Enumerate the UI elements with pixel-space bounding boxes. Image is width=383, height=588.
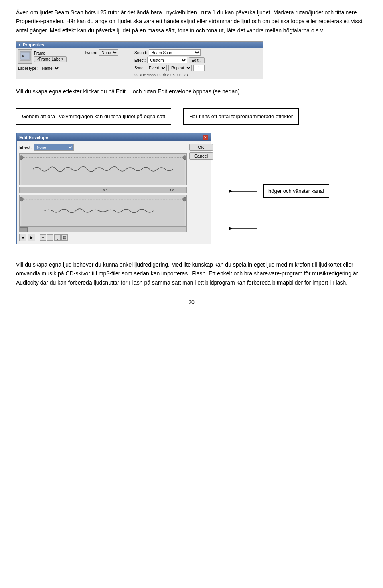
zoom-controls: + - [] ▤ — [40, 234, 68, 241]
effect-select[interactable]: Custom — [147, 57, 187, 63]
waveform-svg-top — [20, 154, 186, 185]
bottom-section: Vill du skapa egna ljud behöver du kunna… — [16, 260, 367, 287]
frame-label-button[interactable]: <Frame Label> — [34, 56, 67, 62]
callout-left: Genom att dra i volymreglagen kan du ton… — [16, 108, 171, 125]
label-type-label: Label type: — [18, 66, 38, 71]
callout-right1: Här finns ett antal förprogrammerade eff… — [183, 108, 299, 125]
timeline-marker-0: 0.5 — [103, 188, 107, 192]
props-left-section: ▶ Frame <Frame Label> Label type: Name — [18, 49, 82, 77]
svg-point-5 — [20, 156, 23, 160]
arrow-left-svg-2 — [227, 224, 259, 232]
page-number: 20 — [16, 299, 367, 305]
sound-select[interactable]: Beam Scan — [149, 49, 201, 56]
svg-point-10 — [183, 197, 186, 201]
dialog-section: Edit Envelope ✕ Effect: None — [16, 133, 367, 244]
dialog-effect-label: Effect: — [19, 145, 32, 150]
properties-titlebar: ▼ Properties — [16, 42, 263, 48]
repeat-select[interactable]: Repeat — [168, 65, 192, 71]
dialog-scrollbar[interactable] — [19, 227, 187, 232]
zoom-out-button[interactable]: - — [47, 234, 53, 241]
right-callout-section-2 — [227, 224, 259, 232]
sound-label: Sound: — [134, 51, 147, 55]
ok-button[interactable]: OK — [189, 144, 213, 151]
svg-point-6 — [183, 156, 186, 160]
annotation-edit-text: Vill du skapa egna effekter klickar du p… — [16, 87, 367, 96]
dialog-title: Edit Envelope — [19, 135, 48, 140]
paragraph-1: Även om ljudet Beam Scan hörs i 25 rutor… — [16, 8, 367, 35]
zoom-in-button[interactable]: + — [40, 234, 46, 241]
dialog-side-buttons: OK Cancel — [189, 144, 213, 241]
edit-envelope-dialog: Edit Envelope ✕ Effect: None — [16, 133, 211, 244]
svg-rect-7 — [21, 195, 185, 226]
callout-row: Genom att dra i volymreglagen kan du ton… — [16, 108, 367, 125]
properties-title: Properties — [23, 42, 44, 47]
sync-label: Sync: — [134, 66, 144, 70]
frame-icon: ▶ — [18, 49, 32, 64]
dialog-main: Effect: None — [19, 144, 187, 241]
sound-info: 22 kHz Mono 16 Bit 2.1 s 90.9 kB — [134, 73, 188, 77]
waveform-bottom — [19, 195, 187, 227]
properties-panel: ▼ Properties ▶ Frame <Frame Label> Label — [16, 41, 263, 79]
right-callout-section: höger och vänster kanal — [227, 184, 329, 198]
keyframe-icon: ▶ — [19, 51, 31, 63]
dialog-controls: ■ ▶ + - [] ▤ — [19, 234, 187, 241]
collapse-triangle: ▼ — [18, 43, 21, 47]
scroll-thumb[interactable] — [20, 227, 28, 232]
waveform-top — [19, 153, 187, 185]
dialog-effect-select[interactable]: None — [34, 144, 74, 151]
frame-label: Frame — [34, 51, 67, 55]
svg-text:▶: ▶ — [22, 54, 25, 58]
hoger-callout: höger och vänster kanal — [263, 184, 329, 198]
props-right-section: Sound: Beam Scan Effect: Custom Edit... … — [134, 49, 261, 77]
sync-select[interactable]: Event — [146, 65, 167, 71]
waveform-svg-bottom — [20, 195, 186, 226]
arrow-left-svg — [227, 187, 259, 195]
edit-button[interactable]: Edit... — [189, 57, 205, 63]
repeat-count-input[interactable] — [193, 65, 205, 71]
svg-point-9 — [20, 197, 23, 201]
dialog-titlebar: Edit Envelope ✕ — [17, 133, 211, 141]
effect-label: Effect: — [134, 58, 146, 63]
tween-label: Tween: — [84, 51, 97, 55]
label-type-select[interactable]: Name — [39, 65, 60, 71]
zoom-frames-button[interactable]: ▤ — [61, 234, 68, 241]
stop-button[interactable]: ■ — [19, 234, 26, 241]
timeline: 0.5 1.0 — [19, 187, 187, 193]
cancel-button[interactable]: Cancel — [189, 152, 213, 160]
play-button[interactable]: ▶ — [28, 234, 35, 241]
zoom-fit-button[interactable]: [] — [54, 234, 61, 241]
tween-select[interactable]: None — [99, 49, 118, 56]
dialog-close-button[interactable]: ✕ — [203, 135, 208, 140]
timeline-marker-1: 1.0 — [170, 188, 174, 192]
props-middle-section: Tween: None — [84, 49, 132, 77]
paragraph-3: Vill du skapa egna ljud behöver du kunna… — [16, 260, 367, 287]
